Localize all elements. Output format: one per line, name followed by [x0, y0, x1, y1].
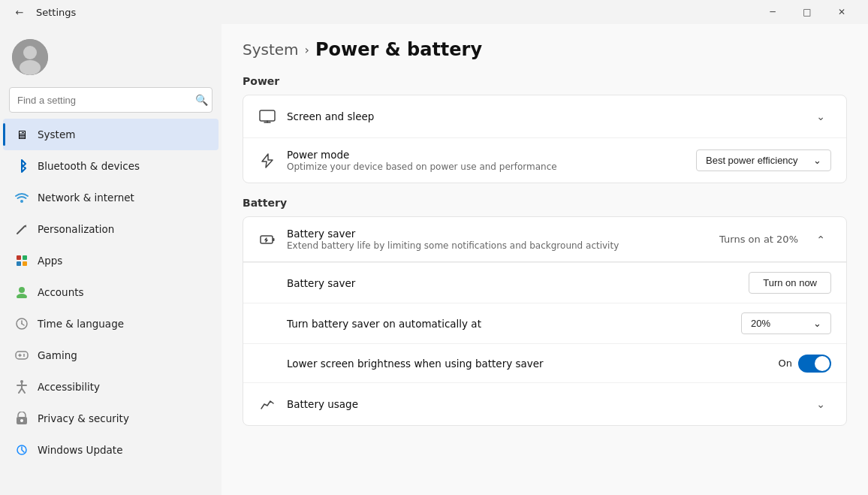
sidebar-item-system[interactable]: 🖥 System — [3, 119, 219, 150]
auto-on-dropdown[interactable]: 20% ⌄ — [741, 312, 831, 334]
auto-on-control: 20% ⌄ — [741, 312, 831, 334]
close-button[interactable]: ✕ — [824, 0, 859, 24]
battery-usage-row[interactable]: Battery usage ⌄ — [243, 382, 846, 425]
system-icon: 🖥 — [15, 128, 29, 141]
app-body: 🔍 🖥 System Bluetooth & devices Network &… — [0, 24, 868, 495]
network-icon — [15, 191, 29, 204]
sidebar-item-label: Accounts — [38, 286, 84, 298]
power-card: Screen and sleep ⌄ Power mode Optimize y… — [243, 95, 847, 183]
search-icon[interactable]: 🔍 — [195, 94, 208, 106]
sidebar-item-gaming[interactable]: Gaming — [3, 340, 219, 371]
sidebar-item-label: Gaming — [38, 349, 77, 361]
power-mode-icon — [258, 152, 276, 170]
search-box: 🔍 — [9, 87, 212, 113]
battery-usage-chevron[interactable]: ⌄ — [810, 394, 831, 415]
svg-line-13 — [22, 324, 24, 325]
sidebar-item-accounts[interactable]: Accounts — [3, 276, 219, 308]
sidebar-item-label: Accessibility — [38, 381, 100, 393]
battery-usage-text: Battery usage — [287, 398, 800, 410]
battery-usage-control: ⌄ — [810, 394, 831, 415]
accessibility-icon — [15, 380, 29, 394]
screen-sleep-icon — [258, 107, 276, 125]
sidebar-item-apps[interactable]: Apps — [3, 245, 219, 276]
sidebar-item-privacy[interactable]: Privacy & security — [3, 403, 219, 434]
screen-sleep-control: ⌄ — [810, 106, 831, 127]
battery-saver-subrow: Battery saver Turn on now — [243, 262, 846, 303]
svg-point-18 — [23, 355, 25, 357]
power-mode-text: Power mode Optimize your device based on… — [287, 149, 686, 172]
maximize-button[interactable]: □ — [790, 0, 824, 24]
power-mode-title: Power mode — [287, 149, 686, 161]
auto-on-label: Turn battery saver on automatically at — [287, 318, 741, 330]
app-title: Settings — [36, 7, 76, 18]
battery-usage-icon — [258, 395, 276, 413]
back-button[interactable]: ← — [9, 2, 30, 23]
search-input[interactable] — [9, 87, 212, 113]
sidebar-item-time[interactable]: Time & language — [3, 308, 219, 340]
svg-line-4 — [17, 226, 25, 234]
sidebar-item-personalization[interactable]: Personalization — [3, 213, 219, 245]
window-controls: ─ □ ✕ — [755, 0, 859, 24]
brightness-label: Lower screen brightness when using batte… — [287, 358, 779, 370]
battery-saver-title: Battery saver — [287, 228, 709, 240]
svg-rect-14 — [16, 352, 28, 359]
svg-rect-27 — [260, 110, 275, 121]
sidebar-item-label: Windows Update — [38, 444, 122, 456]
breadcrumb-separator: › — [305, 43, 309, 57]
titlebar: ← Settings ─ □ ✕ — [0, 0, 868, 24]
sidebar-item-label: Personalization — [38, 223, 114, 235]
power-mode-control: Best power efficiency ⌄ — [696, 149, 831, 171]
battery-saver-chevron[interactable]: ⌃ — [810, 229, 831, 250]
screen-sleep-text: Screen and sleep — [287, 110, 800, 122]
sidebar-item-bluetooth[interactable]: Bluetooth & devices — [3, 150, 219, 182]
sidebar-item-label: Apps — [38, 255, 62, 267]
svg-point-3 — [20, 200, 23, 203]
time-icon — [15, 317, 29, 331]
screen-sleep-row[interactable]: Screen and sleep ⌄ — [243, 95, 846, 138]
svg-rect-32 — [273, 238, 275, 241]
minimize-button[interactable]: ─ — [755, 0, 790, 24]
sidebar-item-label: Bluetooth & devices — [38, 160, 140, 172]
battery-saver-btn-control: Turn on now — [749, 272, 831, 294]
sidebar-item-network[interactable]: Network & internet — [3, 182, 219, 213]
turns-on-label: Turns on at 20% — [719, 234, 798, 245]
power-mode-value: Best power efficiency — [706, 155, 798, 166]
accounts-icon — [15, 285, 29, 299]
windows-update-icon — [15, 443, 29, 457]
bluetooth-icon — [15, 159, 29, 173]
battery-card: Battery saver Extend battery life by lim… — [243, 216, 847, 426]
privacy-icon — [15, 412, 29, 425]
personalization-icon — [15, 222, 29, 236]
breadcrumb-system[interactable]: System — [243, 41, 299, 59]
main-content: System › Power & battery Power Screen an… — [222, 24, 868, 495]
sidebar: 🔍 🖥 System Bluetooth & devices Network &… — [0, 24, 222, 495]
breadcrumb-current: Power & battery — [315, 39, 482, 60]
brightness-toggle[interactable] — [798, 355, 831, 373]
power-mode-subtitle: Optimize your device based on power use … — [287, 161, 686, 172]
svg-point-25 — [20, 419, 23, 422]
sidebar-item-accessibility[interactable]: Accessibility — [3, 371, 219, 403]
svg-line-23 — [22, 388, 25, 393]
sidebar-item-label: System — [38, 128, 75, 140]
battery-section: Battery Battery saver Extend battery lif… — [243, 197, 847, 426]
breadcrumb: System › Power & battery — [243, 39, 847, 60]
power-section-title: Power — [243, 75, 847, 87]
brightness-toggle-label: On — [779, 358, 792, 369]
svg-marker-30 — [262, 154, 273, 168]
gaming-icon — [15, 349, 29, 362]
sidebar-item-label: Privacy & security — [38, 412, 129, 424]
power-mode-dropdown[interactable]: Best power efficiency ⌄ — [696, 149, 831, 171]
screen-sleep-chevron[interactable]: ⌄ — [810, 106, 831, 127]
avatar[interactable] — [12, 39, 48, 75]
turn-on-now-button[interactable]: Turn on now — [749, 272, 831, 294]
power-mode-chevron-icon: ⌄ — [813, 155, 821, 166]
svg-point-17 — [23, 354, 25, 355]
svg-point-1 — [23, 46, 37, 59]
auto-on-subrow: Turn battery saver on automatically at 2… — [243, 303, 846, 343]
battery-saver-icon — [258, 231, 276, 249]
battery-saver-header[interactable]: Battery saver Extend battery life by lim… — [243, 217, 846, 262]
sidebar-item-windows-update[interactable]: Windows Update — [3, 434, 219, 466]
brightness-subrow: Lower screen brightness when using batte… — [243, 343, 846, 382]
sidebar-item-label: Time & language — [38, 318, 124, 330]
user-avatar-section — [0, 30, 222, 87]
